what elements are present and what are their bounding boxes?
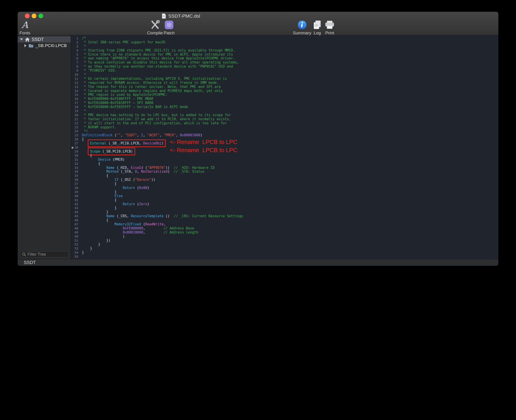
- summary-label: Summary: [293, 30, 311, 36]
- zoom-button[interactable]: [38, 14, 43, 18]
- code-line-text: {: [80, 154, 92, 158]
- code-line[interactable]: 18 * 0xFE020000~0xFE035FFF — SerialIo BA…: [71, 105, 498, 109]
- fonts-button[interactable]: A Fonts: [19, 20, 30, 36]
- code-line[interactable]: 6 * own naming "APP9876" to access this …: [71, 57, 498, 60]
- compile-button[interactable]: Compile: [147, 20, 163, 36]
- sidebar: SSDT _SB.PCI0.LPCB Filter Tree: [18, 35, 71, 259]
- code-line[interactable]: 38 Return (0x0B): [71, 186, 498, 190]
- line-number: 15: [71, 93, 80, 97]
- code-line[interactable]: 22 * it will start in the end of PCI con…: [71, 121, 498, 126]
- code-editor[interactable]: 1/*2 * Intel 300-series PMC support for …: [71, 35, 498, 259]
- code-line[interactable]: 9 * "PCHRESV" UID.: [71, 69, 498, 73]
- code-line[interactable]: 16 * 0xFE000000~0xFE00FFFF — PMC MBAR: [71, 97, 498, 101]
- code-line-text: * The reason for this is rather unclear.…: [80, 85, 221, 89]
- code-line[interactable]: 3 *: [71, 45, 498, 49]
- code-line[interactable]: 34 Method (_STA, 0, NotSerialized) // _S…: [71, 170, 498, 174]
- line-number: 17: [71, 101, 80, 105]
- titlebar-toolbar[interactable]: SSDT-PMC.dsl A Fonts Compile: [18, 12, 498, 35]
- code-line[interactable]: 37 {: [71, 182, 498, 186]
- code-line[interactable]: 48 0xFE000000, // Address Base: [71, 226, 498, 231]
- code-line[interactable]: 5 * Since there is no standard device fo…: [71, 53, 498, 57]
- code-line[interactable]: 20 * PMC device has nothing to do to LPC…: [71, 113, 498, 117]
- code-line-text: [80, 255, 82, 259]
- code-line[interactable]: 31 Device (PMCR): [71, 158, 498, 162]
- code-line[interactable]: 41 {: [71, 198, 498, 202]
- code-line[interactable]: 47 Memory32Fixed (ReadWrite,: [71, 222, 498, 226]
- code-line-text: }: [80, 251, 84, 255]
- log-button[interactable]: Log: [312, 20, 322, 36]
- line-number: 1: [71, 36, 80, 40]
- code-line[interactable]: 29 Scope (_SB.PCI0.LPCB)<- Rename LPCB t…: [71, 150, 498, 154]
- code-line[interactable]: 12 * required for NVRAM access. Otherwis…: [71, 81, 498, 85]
- info-circle-icon: [297, 20, 307, 30]
- code-line[interactable]: 51 }): [71, 239, 498, 243]
- code-line[interactable]: 43 }: [71, 206, 498, 210]
- code-line[interactable]: 2 * Intel 300-series PMC support for mac…: [71, 40, 498, 45]
- filter-tree-input[interactable]: Filter Tree: [20, 251, 68, 257]
- code-line[interactable]: 17 * 0xFE010000~0xFE010FFF — SPI BAR0: [71, 101, 498, 105]
- code-line-text: Return (Zero): [80, 202, 149, 206]
- code-line[interactable]: 53 }: [71, 247, 498, 251]
- code-line[interactable]: 27 External (_SB_.PCI0.LPCB, DeviceObj)<…: [71, 142, 498, 146]
- summary-button[interactable]: Summary: [293, 20, 311, 36]
- code-line-text: If (_OSI ("Darwin")): [80, 178, 155, 182]
- code-line[interactable]: 50 ): [71, 235, 498, 239]
- code-line[interactable]: 23 * NVRAM support.: [71, 126, 498, 129]
- path-item-ssdt[interactable]: SSDT: [24, 260, 36, 265]
- code-line[interactable]: 46 {: [71, 218, 498, 222]
- print-button[interactable]: Print: [325, 20, 335, 36]
- code-line[interactable]: 45 Name (_CRS, ResourceTemplate () // _C…: [71, 214, 498, 218]
- line-number: 5: [71, 53, 80, 57]
- line-number: 51: [71, 239, 80, 243]
- code-line[interactable]: 10 *: [71, 73, 498, 77]
- code-line[interactable]: 15 * PMC region is used by AppleIntelPCH…: [71, 93, 498, 97]
- code-line[interactable]: 33 Name (_HID, EisaId ("APP9876")) // _H…: [71, 166, 498, 170]
- disclosure-expanded-icon[interactable]: [20, 38, 23, 40]
- code-line[interactable]: 8 * as they normally use another non-sta…: [71, 65, 498, 69]
- tree-item-label: _SB.PCI0.LPCB: [36, 43, 67, 48]
- line-number: 46: [71, 218, 80, 222]
- code-line-text: {: [80, 198, 117, 202]
- code-line[interactable]: 35 {: [71, 174, 498, 178]
- code-line[interactable]: 4 * Starting from Z390 chipsets PMC (D31…: [71, 49, 498, 53]
- code-line[interactable]: 25DefinitionBlock ("", "SSDT", 2, "ACDT"…: [71, 133, 498, 137]
- code-line[interactable]: 36 If (_OSI ("Darwin")): [71, 178, 498, 182]
- code-line[interactable]: 24 */: [71, 129, 498, 133]
- line-number: 11: [71, 77, 80, 81]
- code-line[interactable]: 11 * On certain implementations, includi…: [71, 77, 498, 81]
- code-line-text: {: [80, 137, 84, 142]
- code-line[interactable]: 7 * To avoid confusion we disable this d…: [71, 60, 498, 65]
- code-line[interactable]: 13 * The reason for this is rather uncle…: [71, 85, 498, 89]
- code-line[interactable]: 40 Else: [71, 194, 498, 198]
- acpi-tree[interactable]: SSDT _SB.PCI0.LPCB: [18, 35, 71, 251]
- code-line-text: * Since there is no standard device for …: [80, 53, 233, 57]
- sidebar-item-lpcb[interactable]: _SB.PCI0.LPCB: [18, 43, 71, 49]
- code-line[interactable]: 52 }: [71, 243, 498, 247]
- code-line[interactable]: 19 *: [71, 109, 498, 113]
- status-bar: SSDT: [18, 259, 498, 266]
- folder-icon: [28, 44, 34, 48]
- code-line[interactable]: 30 {: [71, 154, 498, 158]
- code-line-text: * PMC device has nothing to do to LPC bu…: [80, 113, 231, 117]
- code-line[interactable]: 54}: [71, 251, 498, 255]
- patch-button[interactable]: Patch: [164, 20, 175, 36]
- code-line[interactable]: 32 {: [71, 162, 498, 166]
- close-button[interactable]: [25, 14, 30, 18]
- line-number: 29: [71, 150, 80, 154]
- code-line[interactable]: 1/*: [71, 36, 498, 40]
- app-window: SSDT-PMC.dsl A Fonts Compile: [18, 12, 498, 266]
- code-line[interactable]: 21 * faster initialisation. If we add it…: [71, 117, 498, 121]
- code-line[interactable]: 49 0x00010000, // Address Length: [71, 231, 498, 235]
- disclosure-collapsed-icon[interactable]: [24, 44, 26, 47]
- code-line[interactable]: 39 }: [71, 190, 498, 194]
- code-line[interactable]: 44 }: [71, 210, 498, 214]
- code-line[interactable]: 55: [71, 255, 498, 259]
- sidebar-item-ssdt[interactable]: SSDT: [18, 36, 71, 43]
- code-line[interactable]: 14 * located in separate memory regions …: [71, 89, 498, 93]
- code-line[interactable]: 42 Return (Zero): [71, 202, 498, 206]
- document-proxy-icon: [162, 13, 166, 19]
- line-number: 52: [71, 243, 80, 247]
- code-line-text: {: [80, 174, 108, 178]
- code-line-text: {: [80, 162, 100, 166]
- minimize-button[interactable]: [32, 14, 36, 18]
